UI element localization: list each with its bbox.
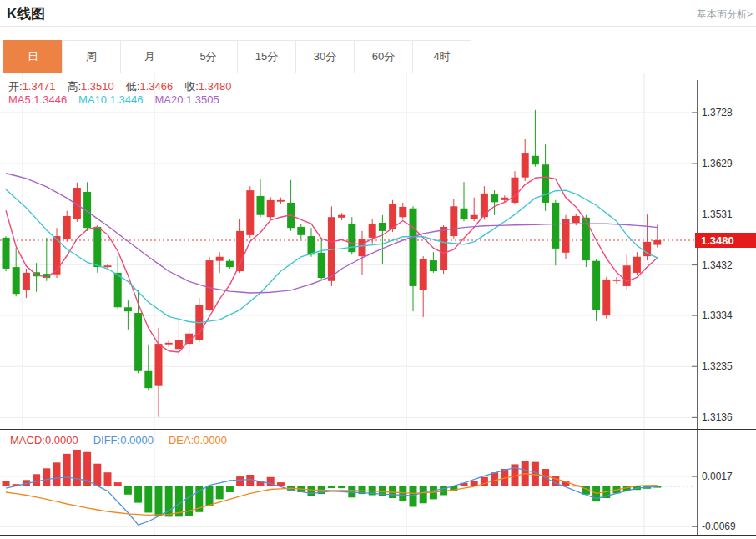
tab-15分[interactable]: 15分 [237,40,296,73]
svg-text:1.3235: 1.3235 [702,360,733,372]
fundamental-analysis-link[interactable]: 基本面分析> [697,8,753,22]
chart-area: 开:1.3471高:1.3510低:1.3466收:1.3480 MA5:1.3… [0,73,756,539]
tab-60分[interactable]: 60分 [354,40,413,73]
info-item: 开:1.3471 [8,80,55,93]
kline-page: K线图 基本面分析> 日周月5分15分30分60分4时 开:1.3471高:1.… [0,0,756,539]
info-item: DIFF:0.0000 [93,434,154,446]
svg-text:1.3136: 1.3136 [702,411,733,423]
tab-周[interactable]: 周 [62,40,121,73]
candlestick-chart: 1.37281.36291.35311.34321.33341.32351.31… [0,73,756,430]
ohlc-info-line: 开:1.3471高:1.3510低:1.3466收:1.3480 [8,79,244,94]
ma-info-line: MA5:1.3446MA10:1.3446MA20:1.3505 [8,93,231,106]
svg-text:1.3728: 1.3728 [702,107,733,118]
header-divider [0,26,756,27]
tab-4时[interactable]: 4时 [412,40,471,73]
info-item: MA10:1.3446 [78,93,143,106]
tab-月[interactable]: 月 [120,40,179,73]
info-item: MA20:1.3505 [154,93,219,106]
info-item: MA5:1.3446 [8,93,67,106]
info-item: 高:1.3510 [67,80,113,93]
info-item: 低:1.3466 [126,80,173,93]
tab-日[interactable]: 日 [3,40,63,73]
tab-30分[interactable]: 30分 [295,40,355,73]
info-item: 收:1.3480 [184,80,231,93]
svg-text:1.3334: 1.3334 [702,310,733,321]
page-title: K线图 [7,4,45,23]
svg-text:1.3432: 1.3432 [702,259,733,271]
svg-text:1.3629: 1.3629 [702,158,733,169]
macd-info-line: MACD:0.0000DIFF:0.0000DEA:0.0000 [10,434,242,446]
svg-text:-0.0069: -0.0069 [702,521,736,532]
svg-text:1.3531: 1.3531 [702,209,733,220]
tab-5分[interactable]: 5分 [179,40,238,73]
info-item: DEA:0.0000 [169,434,227,446]
svg-text:1.3480: 1.3480 [701,234,734,247]
svg-text:0.0017: 0.0017 [702,471,733,482]
info-item: MACD:0.0000 [10,434,78,446]
timeframe-tab-bar: 日周月5分15分30分60分4时 [4,40,471,73]
